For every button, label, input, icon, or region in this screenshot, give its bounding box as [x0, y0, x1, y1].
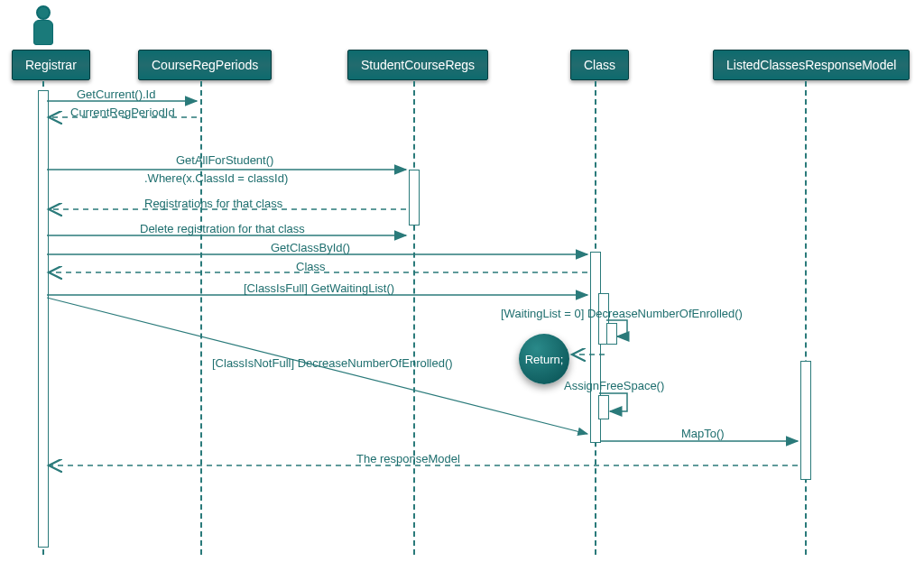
msg-classisfull: [ClassIsFull] GetWaitingList()	[244, 281, 394, 295]
msg-mapto: MapTo()	[681, 427, 725, 440]
msg-delete: Delete registration for that class	[140, 222, 305, 235]
msg-classnotfull: [ClassIsNotFull] DecreaseNumberOfEnrolle…	[212, 356, 453, 370]
participant-coursereg: CourseRegPeriods	[138, 50, 272, 80]
participant-registrar: Registrar	[12, 50, 90, 80]
msg-where: .Where(x.ClassId = classId)	[144, 171, 288, 185]
participant-label: CourseRegPeriods	[152, 58, 258, 72]
participant-label: ListedClassesResponseModel	[726, 58, 896, 72]
arrows-layer	[0, 0, 924, 571]
activation-registrar	[38, 90, 49, 548]
participant-listedmodel: ListedClassesResponseModel	[713, 50, 910, 80]
participant-class: Class	[570, 50, 629, 80]
participant-label: StudentCourseRegs	[361, 58, 475, 72]
msg-getcurrent: GetCurrent().Id	[77, 87, 155, 101]
msg-getclassbyid: GetClassById()	[271, 241, 350, 254]
lifeline-coursereg	[200, 81, 202, 555]
actor-head-icon	[36, 5, 51, 20]
lifeline-studentregs	[413, 81, 415, 555]
msg-class: Class	[296, 260, 326, 273]
participant-studentregs: StudentCourseRegs	[347, 50, 488, 80]
actor-body-icon	[33, 20, 53, 45]
return-label: Return;	[525, 353, 564, 366]
activation-studentregs	[409, 170, 420, 226]
return-terminate-icon: Return;	[519, 334, 569, 384]
msg-getallstudent: GetAllForStudent()	[176, 153, 273, 167]
activation-class-nested3	[598, 395, 609, 419]
activation-class-nested2	[606, 323, 617, 345]
lifeline-listedmodel	[805, 81, 807, 555]
participant-label: Registrar	[25, 58, 77, 72]
msg-assignfree: AssignFreeSpace()	[564, 379, 664, 392]
msg-responsemodel: The responseModel	[356, 452, 460, 465]
msg-currentperiod: CurrentRegPeriodId	[70, 106, 175, 119]
participant-label: Class	[584, 58, 615, 72]
msg-registrations: Registrations for that class	[144, 197, 282, 210]
msg-waitinglist: [WaitingList = 0] DecreaseNumberOfEnroll…	[501, 307, 743, 320]
activation-listedmodel	[800, 361, 811, 480]
